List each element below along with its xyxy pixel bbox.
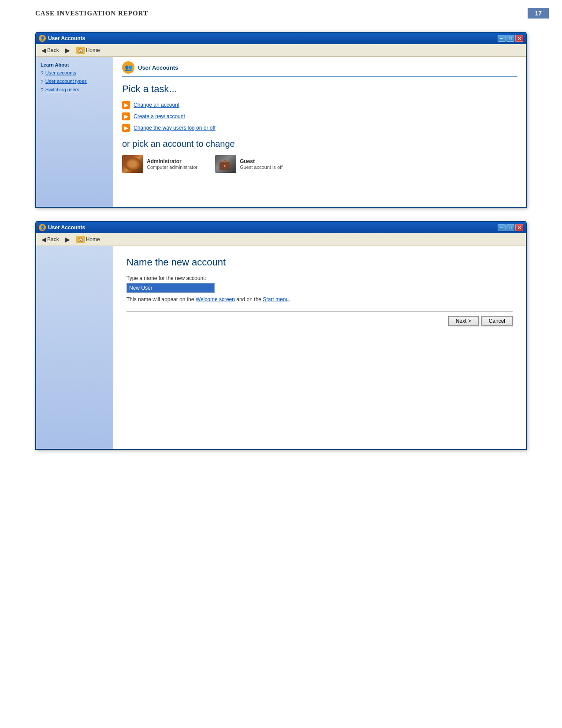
page-number: 17 <box>528 8 549 19</box>
task-label-3: Change the way users log on or off <box>134 125 216 131</box>
home-label-2: Home <box>86 236 100 243</box>
back-button-1[interactable]: ◀ Back <box>40 46 61 55</box>
sidebar-item-label-2: User account types <box>45 78 87 84</box>
guest-avatar <box>215 155 236 173</box>
content-header-1: 👥 User Accounts <box>122 61 517 77</box>
minimize-button-2[interactable]: − <box>498 224 506 231</box>
new-user-name-input[interactable] <box>127 283 215 293</box>
name-account-heading: Name the new account <box>127 257 513 268</box>
forward-arrow-icon: ▶ <box>65 47 70 54</box>
start-menu-link[interactable]: Start menu <box>263 296 289 302</box>
forward-button-2[interactable]: ▶ <box>63 235 72 244</box>
admin-name: Administrator <box>147 158 197 164</box>
hint-end: . <box>289 296 290 302</box>
home-icon: 🏠 <box>76 47 85 54</box>
close-button-1[interactable]: ✕ <box>515 35 523 42</box>
forward-arrow-icon-2: ▶ <box>65 236 70 243</box>
form-label: Type a name for the new account: <box>127 275 513 281</box>
hint-text: This name will appear on the <box>127 296 194 302</box>
task-change-account[interactable]: ▶ Change an account <box>122 101 517 109</box>
guest-name: Guest <box>240 158 283 164</box>
window-icon-1 <box>39 35 46 42</box>
pick-task-heading: Pick a task... <box>122 83 517 95</box>
admin-type: Computer administrator <box>147 164 197 170</box>
task-arrow-icon-2: ▶ <box>122 112 130 120</box>
guest-info: Guest Guest account is off <box>240 158 283 170</box>
admin-avatar <box>122 155 143 173</box>
sidebar-2 <box>36 246 113 449</box>
welcome-screen-link[interactable]: Welcome screen <box>196 296 235 302</box>
title-bar-left-1: User Accounts <box>39 35 85 42</box>
title-bar-buttons-2: − □ ✕ <box>498 224 523 231</box>
sidebar-item-account-types[interactable]: ? User account types <box>41 78 109 85</box>
nav-bar-2: ◀ Back ▶ 🏠 Home <box>36 233 526 246</box>
main-content-1: 👥 User Accounts Pick a task... ▶ Change … <box>113 57 526 207</box>
window-icon-2 <box>39 224 46 231</box>
back-label-2: Back <box>47 236 59 243</box>
task-arrow-icon-1: ▶ <box>122 101 130 109</box>
window-body-2: Name the new account Type a name for the… <box>36 246 526 449</box>
back-arrow-icon-2: ◀ <box>41 236 46 243</box>
back-label-1: Back <box>47 47 59 53</box>
window-body-1: Learn About ? User accounts ? User accou… <box>36 57 526 207</box>
home-label-1: Home <box>86 47 100 53</box>
account-administrator[interactable]: Administrator Computer administrator <box>122 155 197 173</box>
window-title-1: User Accounts <box>48 35 85 41</box>
page-title: CASE INVESTIGATION REPORT <box>35 10 148 17</box>
sidebar-item-label-3: Switching users <box>45 87 79 92</box>
title-bar-1: User Accounts − □ ✕ <box>36 33 526 44</box>
button-row: Next > Cancel <box>127 316 513 326</box>
title-bar-2: User Accounts − □ ✕ <box>36 222 526 233</box>
accounts-row: Administrator Computer administrator Gue… <box>122 155 517 173</box>
form-hint: This name will appear on the Welcome scr… <box>127 296 513 302</box>
task-label-2: Create a new account <box>134 113 185 119</box>
task-create-account[interactable]: ▶ Create a new account <box>122 112 517 120</box>
sidebar-item-user-accounts[interactable]: ? User accounts <box>41 70 109 77</box>
form-divider <box>127 311 513 312</box>
next-button[interactable]: Next > <box>448 316 479 326</box>
back-button-2[interactable]: ◀ Back <box>40 235 61 244</box>
title-bar-buttons-1: − □ ✕ <box>498 35 523 42</box>
task-label-1: Change an account <box>134 102 179 108</box>
task-arrow-icon-3: ▶ <box>122 124 130 132</box>
task-logon-options[interactable]: ▶ Change the way users log on or off <box>122 124 517 132</box>
back-arrow-icon: ◀ <box>41 47 46 54</box>
title-bar-left-2: User Accounts <box>39 224 85 231</box>
help-icon-3: ? <box>41 87 44 93</box>
user-accounts-window-1: User Accounts − □ ✕ ◀ Back ▶ 🏠 Home Lear… <box>35 32 527 208</box>
cancel-button[interactable]: Cancel <box>481 316 513 326</box>
help-icon-2: ? <box>41 79 44 85</box>
accounts-header-icon: 👥 <box>122 61 134 74</box>
account-guest[interactable]: Guest Guest account is off <box>215 155 283 173</box>
window-title-2: User Accounts <box>48 224 85 231</box>
content-header-title: User Accounts <box>138 64 178 71</box>
nav-bar-1: ◀ Back ▶ 🏠 Home <box>36 44 526 57</box>
minimize-button-1[interactable]: − <box>498 35 506 42</box>
maximize-button-2[interactable]: □ <box>506 224 514 231</box>
main-content-2: Name the new account Type a name for the… <box>113 246 526 449</box>
admin-info: Administrator Computer administrator <box>147 158 197 170</box>
close-button-2[interactable]: ✕ <box>515 224 523 231</box>
sidebar-item-switching-users[interactable]: ? Switching users <box>41 87 109 93</box>
admin-avatar-image <box>122 155 143 173</box>
guest-avatar-image <box>215 155 236 173</box>
sidebar-1: Learn About ? User accounts ? User accou… <box>36 57 113 207</box>
pick-account-heading: or pick an account to change <box>122 139 517 149</box>
forward-button-1[interactable]: ▶ <box>63 46 72 55</box>
sidebar-section-title: Learn About <box>41 62 109 67</box>
user-accounts-window-2: User Accounts − □ ✕ ◀ Back ▶ 🏠 Home Name… <box>35 221 527 450</box>
home-button-2[interactable]: 🏠 Home <box>74 235 102 244</box>
hint-middle: and on the <box>236 296 261 302</box>
help-icon-1: ? <box>41 71 44 77</box>
sidebar-item-label-1: User accounts <box>45 70 76 75</box>
home-button-1[interactable]: 🏠 Home <box>74 46 102 55</box>
home-icon-2: 🏠 <box>76 236 85 243</box>
guest-type: Guest account is off <box>240 164 283 170</box>
maximize-button-1[interactable]: □ <box>506 35 514 42</box>
page-header: CASE INVESTIGATION REPORT 17 <box>0 0 562 23</box>
